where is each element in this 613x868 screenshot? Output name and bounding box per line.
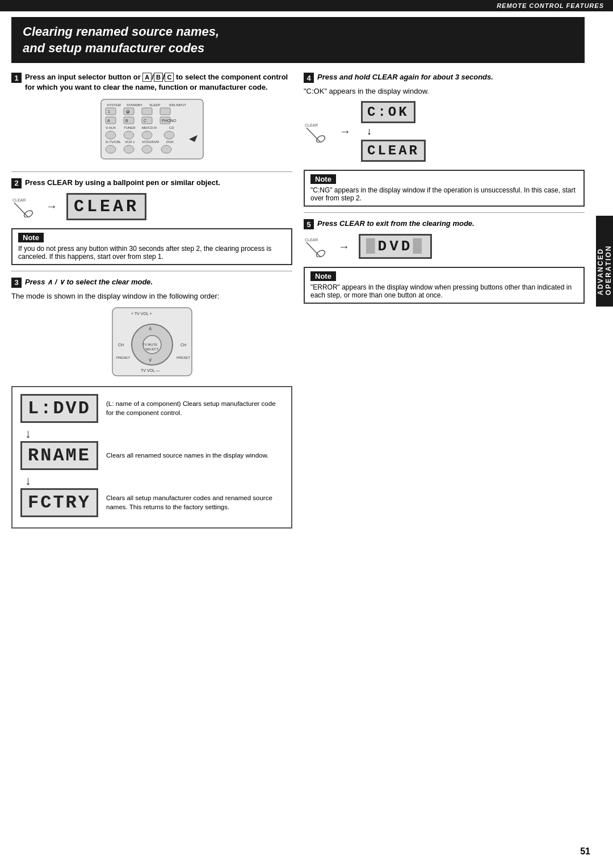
svg-text:VCR2/DVR: VCR2/DVR	[142, 140, 159, 144]
svg-point-34	[161, 145, 171, 153]
svg-text:SLEEP: SLEEP	[149, 103, 160, 107]
note-3-title: Note	[310, 271, 336, 281]
step-1-header: 1 Press an input selector button or A/B/…	[11, 72, 292, 93]
svg-text:CLEAR: CLEAR	[305, 123, 318, 127]
main-content: Clearing renamed source names, and setup…	[0, 11, 596, 548]
ldvd-desc: (L: name of a component) Clears setup ma…	[106, 399, 283, 417]
svg-line-56	[306, 242, 321, 257]
step-5-display-row: CLEAR → █DVD█	[304, 234, 585, 259]
clear-pen-icon: CLEAR	[11, 196, 37, 217]
svg-text:V-AUX: V-AUX	[106, 126, 116, 129]
clear-pen-icon-4: CLEAR	[304, 121, 329, 142]
svg-point-54	[316, 135, 326, 142]
page-number: 51	[580, 846, 590, 857]
step-4-sub: "C:OK" appears in the display window.	[304, 86, 585, 97]
remote-panel-illustration: SYSTEM STANDBY SLEEP IDN INPUT 1 ⏻ A	[95, 97, 209, 163]
mode-ldvd-item: L:DVD (L: name of a component) Clears se…	[20, 394, 283, 423]
svg-line-53	[306, 128, 321, 142]
step-5-number: 5	[304, 219, 314, 229]
svg-point-31	[106, 145, 116, 153]
svg-line-37	[14, 203, 28, 217]
clear-display-2: CLEAR	[66, 193, 146, 220]
lcd-rname: RNAME	[20, 441, 98, 470]
mode-flow-box: L:DVD (L: name of a component) Clears se…	[11, 386, 292, 529]
svg-text:C: C	[144, 119, 146, 123]
mode-rname-item: RNAME Clears all renamed source names in…	[20, 441, 283, 470]
step-3-sub: The mode is shown in the display window …	[11, 291, 292, 301]
svg-text:DVD: DVD	[166, 140, 174, 144]
step-3-number: 3	[11, 278, 22, 288]
step-2-text: Press CLEAR by using a ballpoint pen or …	[25, 178, 220, 188]
lcd-fctry: FCTRY	[20, 488, 98, 517]
arrow-5: →	[338, 240, 350, 253]
right-column: 4 Press and hold CLEAR again for about 3…	[304, 72, 585, 536]
flow-arrow-1: ↓	[25, 426, 31, 441]
note-2-box: Note "C:NG" appears in the display windo…	[304, 170, 585, 207]
mode-fctry-item: FCTRY Clears all setup manufacturer code…	[20, 488, 283, 517]
svg-point-25	[142, 131, 152, 139]
step-4-display-col: C:OK ↓ CLEAR	[361, 101, 426, 162]
page-title: Clearing renamed source names, and setup…	[23, 24, 573, 56]
svg-text:VCR 1: VCR 1	[125, 140, 135, 144]
side-tab-text: ADVANCED OPERATION	[597, 227, 612, 295]
svg-text:+ TV VOL +: + TV VOL +	[131, 312, 152, 316]
svg-text:B: B	[125, 119, 128, 123]
rname-desc: Clears all renamed source names in the d…	[106, 451, 283, 460]
note-1-text: If you do not press any button within 30…	[18, 245, 285, 261]
step-2-header: 2 Press CLEAR by using a ballpoint pen o…	[11, 178, 292, 188]
header-label: REMOTE CONTROL FEATURES	[497, 2, 604, 9]
svg-rect-9	[142, 108, 152, 115]
note-3-box: Note "ERROR" appears in the display wind…	[304, 267, 585, 304]
svg-point-26	[164, 131, 174, 139]
step-1: 1 Press an input selector button or A/B/…	[11, 72, 292, 163]
step-1-text: Press an input selector button or A/B/C …	[25, 72, 292, 93]
step-1-number: 1	[11, 73, 22, 83]
svg-text:∧: ∧	[148, 325, 152, 332]
svg-text:CH: CH	[180, 343, 186, 347]
svg-text:SELECT: SELECT	[145, 347, 159, 351]
button-c: C	[165, 73, 174, 82]
svg-point-32	[124, 145, 134, 153]
lcd-clear-4: CLEAR	[361, 140, 426, 162]
svg-point-23	[106, 131, 116, 139]
svg-text:CLEAR: CLEAR	[12, 198, 26, 202]
lcd-ldvd: L:DVD	[20, 394, 98, 423]
step-5-text: Press CLEAR to exit from the clearing mo…	[317, 219, 475, 229]
svg-text:MD/CD-R: MD/CD-R	[142, 126, 157, 129]
arrow-2: →	[46, 200, 57, 213]
lcd-cok: C:OK	[361, 101, 415, 123]
svg-text:TV MUTE: TV MUTE	[142, 343, 157, 346]
note-1-title: Note	[18, 233, 44, 242]
step-2-display-row: CLEAR → CLEAR	[11, 193, 292, 220]
svg-text:TUNER: TUNER	[124, 126, 136, 129]
step-3-text: Press ∧ / ∨ to select the clear mode.	[25, 277, 153, 287]
svg-text:∨: ∨	[148, 357, 152, 363]
side-tab: ADVANCED OPERATION	[596, 216, 613, 307]
flow-arrow-2: ↓	[25, 473, 31, 488]
left-column: 1 Press an input selector button or A/B/…	[11, 72, 292, 536]
step-4-header: 4 Press and hold CLEAR again for about 3…	[304, 72, 585, 83]
remote-wheel-illustration: + TV VOL + TV MUTE SELECT CH CH ∧ ∨	[110, 305, 195, 380]
step-4-text: Press and hold CLEAR again for about 3 s…	[317, 72, 493, 82]
svg-text:CLEAR: CLEAR	[305, 238, 318, 242]
svg-text:A: A	[107, 119, 110, 123]
svg-point-24	[124, 131, 134, 139]
note-2-text: "C:NG" appears in the display window if …	[310, 186, 578, 202]
svg-text:⏻: ⏻	[126, 110, 130, 114]
svg-text:IDN INPUT: IDN INPUT	[169, 103, 186, 107]
step-5: 5 Press CLEAR to exit from the clearing …	[304, 212, 585, 259]
svg-text:CH: CH	[118, 343, 124, 347]
lcd-dvd-5: █DVD█	[359, 234, 432, 259]
svg-text:PHONO: PHONO	[162, 119, 177, 123]
svg-text:STANDBY: STANDBY	[127, 103, 142, 107]
svg-text:CD: CD	[169, 126, 174, 129]
svg-text:PRESET: PRESET	[116, 356, 130, 359]
svg-text:TV VOL —: TV VOL —	[141, 368, 160, 372]
svg-point-33	[142, 145, 152, 153]
step-5-header: 5 Press CLEAR to exit from the clearing …	[304, 219, 585, 229]
step-2: 2 Press CLEAR by using a ballpoint pen o…	[11, 171, 292, 220]
header-bar: REMOTE CONTROL FEATURES	[0, 0, 613, 11]
step-3-header: 3 Press ∧ / ∨ to select the clear mode.	[11, 277, 292, 288]
note-1-box: Note If you do not press any button with…	[11, 228, 292, 265]
clear-pen-icon-5: CLEAR	[304, 236, 329, 257]
